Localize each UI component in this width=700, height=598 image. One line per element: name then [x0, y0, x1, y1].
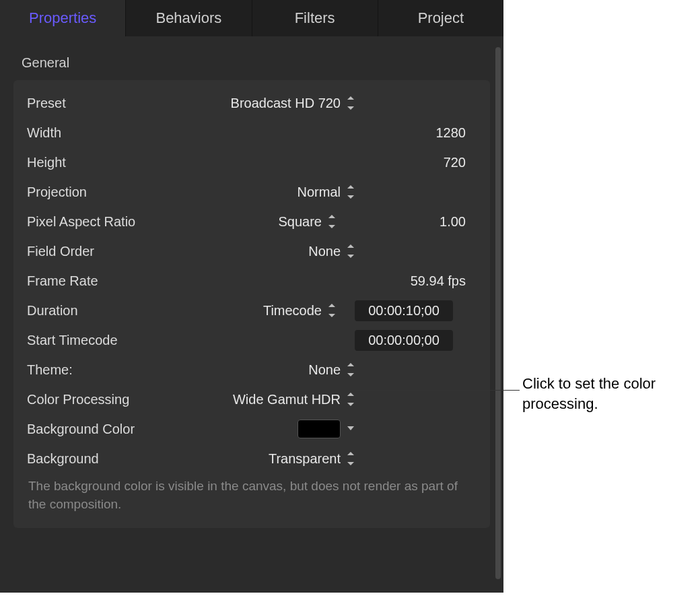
preset-popup[interactable]: Broadcast HD 720	[231, 96, 355, 111]
frame-rate-value[interactable]: 59.94 fps	[342, 273, 477, 289]
row-color-processing: Color Processing Wide Gamut HDR	[13, 385, 490, 414]
stepper-icon	[346, 453, 355, 465]
field-order-value: None	[308, 244, 341, 259]
background-color-swatch[interactable]	[298, 420, 355, 438]
background-popup[interactable]: Transparent	[269, 451, 355, 467]
label-preset: Preset	[27, 96, 175, 111]
callout-leader-line	[356, 390, 520, 391]
tab-project[interactable]: Project	[378, 0, 503, 36]
stepper-icon	[327, 215, 337, 228]
section-header-general: General	[13, 48, 490, 80]
label-background-color: Background Color	[27, 422, 175, 437]
background-value: Transparent	[269, 451, 341, 467]
scrollbar[interactable]	[495, 47, 501, 579]
row-background-color: Background Color	[13, 414, 490, 444]
pixel-aspect-mode-value: Square	[279, 214, 322, 230]
color-swatch-box	[298, 420, 341, 438]
label-start-timecode: Start Timecode	[27, 333, 175, 348]
pixel-aspect-popup[interactable]: Square	[279, 214, 337, 230]
stepper-icon	[346, 186, 355, 198]
width-value[interactable]: 1280	[342, 125, 477, 141]
preset-value: Broadcast HD 720	[231, 96, 341, 111]
stepper-icon	[327, 304, 337, 317]
tab-behaviors[interactable]: Behaviors	[126, 0, 252, 36]
color-processing-value: Wide Gamut HDR	[233, 392, 341, 407]
row-background: Background Transparent	[13, 444, 490, 473]
row-height: Height 720	[13, 147, 490, 177]
general-form: Preset Broadcast HD 720 Width 1280 Heigh…	[13, 80, 490, 528]
row-width: Width 1280	[13, 118, 490, 147]
row-projection: Projection Normal	[13, 177, 490, 207]
label-color-processing: Color Processing	[27, 392, 162, 407]
field-order-popup[interactable]: None	[308, 244, 355, 259]
height-value[interactable]: 720	[342, 155, 477, 170]
row-field-order: Field Order None	[13, 236, 490, 266]
label-frame-rate: Frame Rate	[27, 273, 175, 289]
inspector-tabs: Properties Behaviors Filters Project	[0, 0, 503, 36]
color-processing-popup[interactable]: Wide Gamut HDR	[233, 392, 355, 407]
row-pixel-aspect: Pixel Aspect Ratio Square 1.00	[13, 207, 490, 236]
tab-filters[interactable]: Filters	[252, 0, 378, 36]
row-start-timecode: Start Timecode 00:00:00;00	[13, 325, 490, 355]
label-pixel-aspect: Pixel Aspect Ratio	[27, 214, 175, 230]
row-theme: Theme: None	[13, 355, 490, 385]
stepper-icon	[346, 245, 355, 257]
inspector-content: General Preset Broadcast HD 720 Width 12…	[0, 36, 503, 528]
row-preset: Preset Broadcast HD 720	[13, 88, 490, 118]
chevron-down-icon	[346, 424, 355, 434]
projection-popup[interactable]: Normal	[298, 185, 355, 200]
row-duration: Duration Timecode 00:00:10;00	[13, 296, 490, 325]
stepper-icon	[346, 393, 355, 405]
label-height: Height	[27, 155, 175, 170]
projection-value: Normal	[298, 185, 341, 200]
label-background: Background	[27, 451, 175, 467]
pixel-aspect-value[interactable]: 1.00	[342, 214, 477, 230]
label-projection: Projection	[27, 185, 175, 200]
duration-mode-popup[interactable]: Timecode	[263, 303, 337, 319]
theme-value: None	[308, 362, 341, 378]
label-field-order: Field Order	[27, 244, 175, 259]
stepper-icon	[346, 97, 355, 109]
inspector-panel: Properties Behaviors Filters Project Gen…	[0, 0, 503, 593]
stepper-icon	[346, 364, 355, 376]
callout-text: Click to set the color processing.	[522, 374, 684, 413]
theme-popup[interactable]: None	[308, 362, 355, 378]
tab-properties[interactable]: Properties	[0, 0, 126, 36]
duration-mode-value: Timecode	[263, 303, 322, 319]
duration-timecode-field[interactable]: 00:00:10;00	[355, 300, 453, 321]
row-frame-rate: Frame Rate 59.94 fps	[13, 266, 490, 296]
label-width: Width	[27, 125, 175, 141]
label-duration: Duration	[27, 303, 175, 319]
background-note: The background color is visible in the c…	[13, 473, 490, 513]
label-theme: Theme:	[27, 362, 175, 378]
start-timecode-field[interactable]: 00:00:00;00	[355, 330, 453, 351]
